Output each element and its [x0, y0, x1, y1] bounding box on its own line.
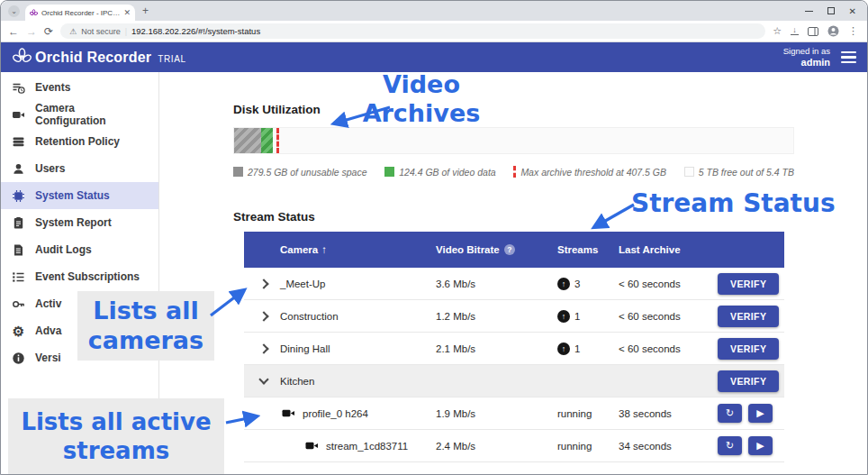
- stream-row-profile-0[interactable]: profile_0 h264 1.9 Mb/s running 38 secon…: [244, 397, 784, 430]
- sidebar-item-users[interactable]: Users: [1, 155, 158, 182]
- stream-count: 1: [574, 311, 580, 322]
- bookmark-star-icon[interactable]: ☆: [773, 25, 782, 37]
- camera-row-dining-hall[interactable]: Dining Hall 2.1 Mb/s ↑ 1 < 60 seconds VE…: [244, 333, 784, 365]
- favicon-orchid-icon: [30, 5, 38, 21]
- column-streams: Streams: [557, 244, 619, 255]
- legend-free-space: 5 TB free out of 5.4 TB: [684, 166, 794, 178]
- bitrate-value: 1.2 Mb/s: [436, 311, 557, 322]
- restart-stream-button[interactable]: ↻: [718, 436, 742, 455]
- sidebar-item-event-subscriptions[interactable]: Event Subscriptions: [1, 263, 158, 290]
- camera-name: Construction: [280, 311, 436, 322]
- window-close-icon[interactable]: ✕: [849, 6, 856, 16]
- annotation-lists-all-cameras: Lists all cameras: [77, 291, 214, 361]
- app-title: Orchid Recorder: [35, 50, 151, 66]
- unusable-space-segment: [234, 128, 261, 153]
- camera-row-construction[interactable]: Construction 1.2 Mb/s ↑ 1 < 60 seconds V…: [244, 300, 784, 333]
- sidebar-item-label: Audit Logs: [35, 243, 92, 256]
- sidebar-item-label: Camera Configuration: [35, 102, 148, 127]
- downloads-icon[interactable]: ↓: [791, 27, 799, 36]
- tab-title: Orchid Recorder - IPConfigure: [41, 9, 120, 17]
- bitrate-value: 1.9 Mb/s: [436, 408, 557, 419]
- disk-legend: 279.5 GB of unusable space 124.4 GB of v…: [233, 166, 794, 178]
- new-tab-button[interactable]: +: [142, 5, 149, 17]
- sidebar-item-retention-policy[interactable]: Retention Policy: [1, 128, 158, 155]
- profile-avatar[interactable]: [827, 25, 839, 37]
- verify-button[interactable]: VERIFY: [718, 338, 779, 360]
- stream-count-icon: ↑: [557, 278, 570, 290]
- info-icon[interactable]: ?: [504, 244, 515, 255]
- chevron-right-icon[interactable]: [258, 279, 268, 288]
- browser-tab[interactable]: Orchid Recorder - IPConfigure ✕: [25, 5, 135, 21]
- events-icon: [12, 81, 25, 95]
- camera-row-kitchen[interactable]: Kitchen VERIFY: [244, 365, 784, 397]
- browser-titlebar: ⌄ Orchid Recorder - IPConfigure ✕ + ✕: [1, 1, 867, 21]
- gear-icon: ⚙: [12, 324, 25, 338]
- signed-in-status: Signed in as admin: [783, 47, 830, 69]
- window-minimize-icon[interactable]: [805, 11, 813, 12]
- sidebar-item-label: Activ: [35, 297, 61, 310]
- verify-button[interactable]: VERIFY: [718, 273, 779, 295]
- stream-status-value: running: [557, 408, 619, 419]
- bitrate-value: 2.1 Mb/s: [436, 343, 557, 354]
- document-icon: [12, 243, 25, 257]
- info-circle-icon: [12, 352, 25, 365]
- sidebar-item-label: Versi: [35, 352, 61, 364]
- play-stream-button[interactable]: ▶: [748, 436, 773, 455]
- last-archive-value: 38 seconds: [619, 408, 718, 419]
- back-icon[interactable]: ←: [8, 25, 19, 38]
- hamburger-menu-icon[interactable]: [841, 51, 856, 63]
- reload-icon[interactable]: ⟳: [44, 25, 53, 38]
- annotation-video-archives: Video Archives: [354, 70, 489, 129]
- sidebar-item-label: Adva: [35, 324, 61, 337]
- chevron-right-icon[interactable]: [258, 343, 268, 353]
- not-secure-warning-icon[interactable]: ⚠: [69, 27, 77, 36]
- username: admin: [783, 57, 830, 69]
- video-data-segment: [261, 128, 273, 153]
- stream-count: 1: [574, 343, 580, 354]
- legend-unusable: 279.5 GB of unusable space: [233, 166, 367, 178]
- sidebar-item-label: Event Subscriptions: [35, 270, 140, 283]
- disk-utilization-title: Disk Utilization: [233, 103, 867, 116]
- tab-search-icon[interactable]: ⌄: [8, 5, 20, 17]
- window-maximize-icon[interactable]: [827, 7, 835, 14]
- red-dashed-swatch-icon: [513, 166, 516, 178]
- browser-menu-icon[interactable]: ⋮: [848, 25, 858, 37]
- forward-icon[interactable]: →: [26, 25, 37, 38]
- videocam-icon: [305, 439, 319, 452]
- report-icon: [12, 216, 25, 230]
- camera-row-meet-up[interactable]: _Meet-Up 3.6 Mb/s ↑ 3 < 60 seconds VERIF…: [244, 268, 784, 300]
- address-bar[interactable]: ⚠ Not secure | 192.168.202.226/#!/system…: [60, 23, 765, 39]
- verify-button[interactable]: VERIFY: [718, 370, 779, 392]
- play-stream-button[interactable]: ▶: [748, 404, 773, 423]
- last-archive-value: < 60 seconds: [619, 343, 718, 354]
- tab-close-icon[interactable]: ✕: [123, 8, 131, 17]
- chevron-down-icon[interactable]: [258, 374, 268, 384]
- camera-name: _Meet-Up: [280, 279, 436, 289]
- edition-badge: TRIAL: [158, 54, 185, 64]
- side-panel-icon[interactable]: [808, 27, 818, 36]
- sidebar-item-system-report[interactable]: System Report: [1, 209, 158, 236]
- sidebar-item-label: System Report: [35, 216, 112, 229]
- bitrate-value: 3.6 Mb/s: [436, 279, 557, 289]
- stream-name: stream_1cd83711: [326, 441, 408, 452]
- last-archive-value: 34 seconds: [619, 441, 718, 452]
- last-archive-value: < 60 seconds: [619, 311, 718, 322]
- sort-ascending-icon: ↑: [321, 244, 327, 255]
- sidebar-item-label: Users: [35, 162, 65, 175]
- verify-button[interactable]: VERIFY: [718, 306, 779, 327]
- stream-count-icon: ↑: [557, 310, 570, 323]
- sidebar-item-events[interactable]: Events: [1, 74, 158, 101]
- chevron-right-icon[interactable]: [258, 311, 268, 321]
- stream-row-1cd83711[interactable]: stream_1cd83711 2.4 Mb/s running 34 seco…: [244, 430, 784, 462]
- legend-video-data: 124.4 GB of video data: [384, 166, 495, 178]
- camera-name: Kitchen: [280, 376, 436, 387]
- column-camera[interactable]: Camera ↑: [280, 244, 436, 255]
- sidebar-item-camera-configuration[interactable]: Camera Configuration: [1, 101, 158, 128]
- main-content: Disk Utilization 279.5 GB of unusable sp…: [159, 72, 867, 475]
- person-icon: [12, 162, 25, 176]
- sidebar-item-label: Retention Policy: [35, 135, 120, 148]
- sidebar-item-system-status[interactable]: System Status: [1, 182, 158, 209]
- key-icon: [12, 297, 25, 311]
- restart-stream-button[interactable]: ↻: [718, 404, 742, 423]
- sidebar-item-audit-logs[interactable]: Audit Logs: [1, 236, 158, 263]
